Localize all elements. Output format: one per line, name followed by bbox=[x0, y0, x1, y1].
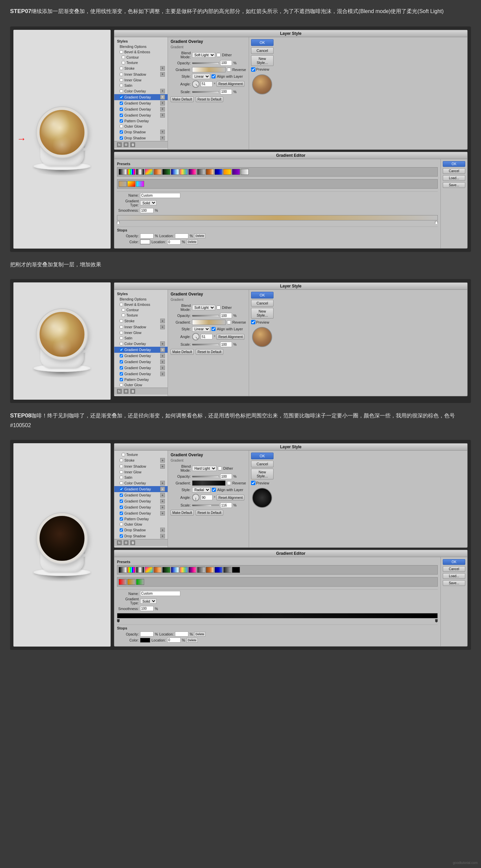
texture-item-2[interactable]: Texture bbox=[114, 313, 168, 318]
preset-swatch-3[interactable] bbox=[136, 169, 144, 175]
inner-shadow-checkbox-3[interactable] bbox=[120, 465, 123, 468]
stroke-checkbox-3[interactable] bbox=[120, 459, 123, 462]
ps3-swatch-15[interactable] bbox=[119, 579, 127, 585]
style-select[interactable]: Linear bbox=[192, 74, 210, 79]
blending-options-item-2[interactable]: Blending Options bbox=[114, 297, 168, 302]
gradient-overlay-b-2[interactable]: Gradient Overlay + bbox=[114, 353, 168, 359]
gradient-overlay-active-checkbox-2[interactable] bbox=[120, 348, 123, 351]
texture-checkbox-2[interactable] bbox=[122, 314, 125, 317]
drop-shadow-1-item[interactable]: Drop Shadow + bbox=[114, 129, 168, 135]
ok-btn-2[interactable]: OK bbox=[251, 292, 273, 299]
inner-glow-item-3[interactable]: Inner Glow bbox=[114, 469, 168, 475]
gradient-overlay-active-checkbox-3[interactable] bbox=[120, 488, 123, 491]
preset-swatch-12[interactable] bbox=[214, 169, 222, 175]
inner-shadow-item-3[interactable]: Inner Shadow + bbox=[114, 463, 168, 469]
gradient-type-select-3[interactable]: Solid bbox=[140, 599, 156, 604]
gradient-overlay-e-plus-btn-3[interactable]: + bbox=[160, 511, 165, 516]
blending-options-item[interactable]: Blending Options bbox=[114, 44, 168, 49]
contour-item-2[interactable]: Contour bbox=[114, 307, 168, 313]
ps3-swatch-4[interactable] bbox=[145, 567, 153, 573]
ps3-swatch-6[interactable] bbox=[162, 567, 170, 573]
scale-input-2[interactable] bbox=[220, 342, 232, 347]
gradient-overlay-active-checkbox[interactable] bbox=[120, 95, 123, 99]
blend-mode-select-2[interactable]: Soft Light bbox=[192, 305, 215, 310]
blend-mode-select-3[interactable]: Hard Light bbox=[192, 466, 216, 471]
inner-glow-item[interactable]: Inner Glow bbox=[114, 78, 168, 83]
name-input[interactable] bbox=[140, 193, 180, 198]
gradient-overlay-c-plus-btn-3[interactable]: + bbox=[160, 499, 165, 503]
angle-input[interactable] bbox=[201, 82, 212, 87]
color-overlay-item-3[interactable]: Color Overlay + bbox=[114, 480, 168, 486]
cancel-btn-1[interactable]: Cancel bbox=[251, 47, 273, 54]
drop-shadow-2-item[interactable]: Drop Shadow + bbox=[114, 135, 168, 141]
gradient-overlay-3-checkbox[interactable] bbox=[120, 107, 123, 111]
fx-icon-3[interactable]: fx bbox=[117, 540, 122, 545]
gradient-overlay-active-item-2[interactable]: Gradient Overlay + bbox=[114, 347, 168, 353]
gradient-overlay-active-plus-btn[interactable]: + bbox=[160, 95, 165, 99]
angle-input-2[interactable] bbox=[201, 334, 212, 339]
make-default-btn[interactable]: Make Default bbox=[171, 96, 194, 102]
stop-location-input-3[interactable] bbox=[175, 631, 188, 637]
gradient-overlay-b-checkbox-2[interactable] bbox=[120, 354, 123, 358]
ok-btn-3[interactable]: OK bbox=[251, 453, 273, 459]
preset-swatch-13[interactable] bbox=[223, 169, 231, 175]
satin-checkbox-2[interactable] bbox=[120, 336, 123, 340]
drop-shadow-1-plus-btn-3[interactable]: + bbox=[160, 528, 165, 532]
stroke-plus-btn[interactable]: + bbox=[160, 66, 165, 71]
stroke-checkbox[interactable] bbox=[120, 67, 123, 70]
ps3-swatch-10[interactable] bbox=[197, 567, 205, 573]
stroke-plus-btn-3[interactable]: + bbox=[160, 458, 165, 463]
align-with-layer-checkbox-3[interactable] bbox=[212, 488, 216, 492]
stop-opacity-input-3[interactable] bbox=[140, 631, 153, 637]
scale-slider[interactable] bbox=[192, 91, 219, 92]
preset-swatch-6[interactable] bbox=[162, 169, 170, 175]
satin-item-3[interactable]: Satin bbox=[114, 475, 168, 480]
reverse-checkbox-3[interactable] bbox=[227, 481, 231, 485]
ps3-swatch-8[interactable] bbox=[180, 567, 188, 573]
satin-checkbox[interactable] bbox=[120, 84, 123, 87]
preset-swatch-14[interactable] bbox=[232, 169, 240, 175]
scale-slider-2[interactable] bbox=[192, 344, 219, 345]
make-default-btn-3[interactable]: Make Default bbox=[171, 510, 194, 516]
gradient-overlay-c-checkbox-3[interactable] bbox=[120, 499, 123, 503]
preset-swatch-17[interactable] bbox=[127, 181, 136, 187]
color-overlay-checkbox[interactable] bbox=[120, 89, 123, 93]
satin-checkbox-3[interactable] bbox=[120, 476, 123, 479]
stop-color-location-input-3[interactable] bbox=[167, 638, 181, 643]
settings-icon-2[interactable]: ⚙ bbox=[124, 389, 128, 394]
reset-alignment-btn[interactable]: Reset Alignment bbox=[216, 81, 244, 87]
gradient-overlay-2-item[interactable]: Gradient Overlay + bbox=[114, 100, 168, 106]
new-style-btn-1[interactable]: New Style... bbox=[251, 55, 273, 66]
preview-checkbox-2[interactable] bbox=[251, 320, 255, 324]
gradient-overlay-d-2[interactable]: Gradient Overlay + bbox=[114, 365, 168, 371]
angle-input-3[interactable] bbox=[201, 495, 212, 500]
dither-checkbox-3[interactable] bbox=[218, 466, 222, 470]
ge-cancel-btn-1[interactable]: Cancel bbox=[443, 168, 465, 174]
drop-shadow-2-plus-btn-3[interactable]: + bbox=[160, 534, 165, 538]
stroke-checkbox-2[interactable] bbox=[120, 319, 123, 322]
outer-glow-checkbox[interactable] bbox=[120, 125, 123, 128]
stop-marker-left-3[interactable] bbox=[117, 619, 120, 622]
drop-shadow-1-item-3[interactable]: Drop Shadow + bbox=[114, 527, 168, 533]
trash-icon-3[interactable]: 🗑 bbox=[130, 540, 135, 545]
pattern-overlay-checkbox-2[interactable] bbox=[120, 378, 123, 381]
stop-marker-right-3[interactable] bbox=[435, 619, 438, 622]
drop-shadow-1-checkbox-3[interactable] bbox=[120, 528, 123, 532]
ps3-swatch-3[interactable] bbox=[136, 567, 144, 573]
name-input-3[interactable] bbox=[140, 591, 180, 596]
preset-swatch-4[interactable] bbox=[145, 169, 153, 175]
cancel-btn-3[interactable]: Cancel bbox=[251, 461, 273, 467]
outer-glow-checkbox-2[interactable] bbox=[120, 383, 123, 386]
ps3-swatch-14[interactable] bbox=[232, 567, 240, 573]
gradient-overlay-d-checkbox-2[interactable] bbox=[120, 366, 123, 370]
satin-item[interactable]: Satin bbox=[114, 83, 168, 88]
pattern-overlay-checkbox[interactable] bbox=[120, 119, 123, 123]
color-overlay-checkbox-2[interactable] bbox=[120, 342, 123, 345]
gradient-overlay-b-plus-btn-3[interactable]: + bbox=[160, 493, 165, 497]
reset-to-default-btn-2[interactable]: Reset to Default bbox=[196, 349, 223, 355]
gradient-overlay-4-plus-btn[interactable]: + bbox=[160, 113, 165, 118]
angle-dial-3[interactable] bbox=[192, 494, 200, 501]
make-default-btn-2[interactable]: Make Default bbox=[171, 349, 194, 355]
pattern-overlay-item[interactable]: Pattern Overlay bbox=[114, 118, 168, 124]
ge-load-btn-3[interactable]: Load... bbox=[443, 573, 465, 579]
